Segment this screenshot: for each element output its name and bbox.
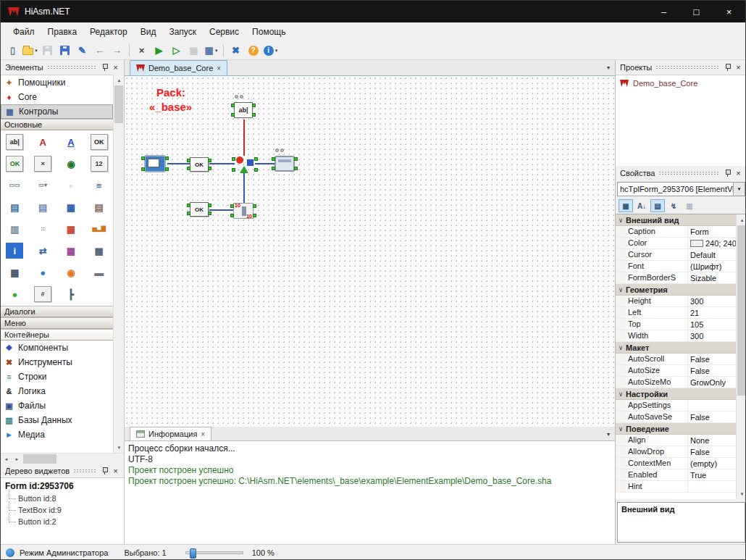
sidebar-group-Контролы[interactable]: ▦Контролы xyxy=(1,104,113,119)
collapse-arrow-icon[interactable]: ∨ xyxy=(616,390,626,398)
dropdown-arrow-icon[interactable]: ▾ xyxy=(215,48,218,54)
palette-item-treeview[interactable]: ┣ xyxy=(57,283,85,305)
palette-item-checklist[interactable]: :: xyxy=(29,218,57,240)
sidebar-group-Помощники[interactable]: ✦Помощники xyxy=(1,75,113,90)
palette-item-ok-button[interactable]: OK xyxy=(1,153,29,175)
sidebar-group-Строки[interactable]: ≡Строки xyxy=(1,369,113,384)
palette-item-datagrid[interactable]: ▦ xyxy=(57,196,85,218)
vscroll-track[interactable] xyxy=(737,396,746,488)
forward-button[interactable]: → xyxy=(109,43,125,59)
property-value[interactable] xyxy=(688,400,736,411)
menu-item-Редактор[interactable]: Редактор xyxy=(83,24,134,40)
maximize-button[interactable]: □ xyxy=(680,1,713,22)
palette-item-sphere[interactable]: ● xyxy=(1,283,29,305)
palette-item-trackbar[interactable]: ▬ xyxy=(85,262,113,283)
events-view-button[interactable]: ↯ xyxy=(666,199,681,212)
palette-item-tab-layout[interactable]: ▩ xyxy=(85,240,113,262)
property-value[interactable]: 105 xyxy=(688,319,736,330)
menu-item-Запуск[interactable]: Запуск xyxy=(162,24,203,40)
component-button-2[interactable]: OK xyxy=(190,202,209,217)
close-panel-icon[interactable]: × xyxy=(110,62,121,73)
zoom-slider[interactable] xyxy=(185,551,243,554)
edit-scheme-button[interactable]: ✎ xyxy=(74,43,91,59)
scroll-down-icon[interactable]: ▼ xyxy=(737,488,746,499)
close-scheme-button[interactable]: × xyxy=(133,43,150,59)
vscroll-track[interactable] xyxy=(114,123,124,442)
property-value[interactable]: (empty) xyxy=(688,458,736,469)
dropdown-arrow-icon[interactable]: ▾ xyxy=(275,48,278,54)
property-row[interactable]: AutoSizeMoGrowOnly xyxy=(616,377,736,388)
property-value[interactable]: 300 xyxy=(688,330,736,341)
collapse-arrow-icon[interactable]: ∨ xyxy=(616,217,626,224)
palette-item-numbers[interactable]: # xyxy=(29,283,57,305)
sidebar-group-Компоненты[interactable]: ❖Компоненты xyxy=(1,340,113,355)
property-row[interactable]: Height300 xyxy=(616,296,736,307)
component-updown[interactable]: 1010 xyxy=(233,203,253,219)
pin-icon[interactable] xyxy=(99,62,110,73)
object-selector[interactable]: hcTplForm_2953706 [ElementVir ▾ xyxy=(617,182,745,196)
palette-item-panel[interactable]: ▥ xyxy=(1,218,29,240)
property-row[interactable]: CaptionForm xyxy=(616,226,736,238)
palette-item-combobox[interactable]: ▭▾ xyxy=(29,175,57,196)
property-row[interactable]: Width300 xyxy=(616,330,736,342)
property-value[interactable]: Form xyxy=(688,226,736,237)
category-Контейнеры[interactable]: Контейнеры xyxy=(1,329,113,340)
tab-close-icon[interactable]: × xyxy=(201,430,205,438)
menu-item-Сервис[interactable]: Сервис xyxy=(203,24,246,40)
info-button[interactable]: i▾ xyxy=(262,43,279,59)
category-open[interactable]: Основные xyxy=(1,119,113,130)
property-row[interactable]: AutoScrollFalse xyxy=(616,354,736,365)
component-form[interactable] xyxy=(144,155,166,172)
form-editor-button[interactable]: ▦▾ xyxy=(203,43,219,59)
palette-item-radiobutton[interactable]: ◉ xyxy=(57,153,85,175)
dropdown-arrow-icon[interactable]: ▾ xyxy=(35,48,38,54)
palette-item-link-label[interactable]: A xyxy=(57,131,85,153)
scroll-down-icon[interactable]: ▼ xyxy=(114,442,125,453)
scroll-up-icon[interactable]: ▲ xyxy=(114,75,125,85)
property-row[interactable]: Font(Шрифт) xyxy=(616,261,736,272)
property-category[interactable]: ∨Внешний вид xyxy=(616,214,736,226)
property-value[interactable]: Sizable xyxy=(688,272,736,283)
tree-node[interactable]: Button id:8 xyxy=(1,493,124,504)
run-button[interactable]: ▶ xyxy=(151,43,167,59)
help-button[interactable]: ? xyxy=(245,43,261,59)
property-row[interactable]: Color240; 240; xyxy=(616,238,736,249)
tab-list-dropdown-icon[interactable]: ▾ xyxy=(607,64,610,71)
palette-item-chart[interactable]: ▅▂▇ xyxy=(85,218,113,240)
property-value[interactable]: 21 xyxy=(688,307,736,318)
property-value[interactable]: False xyxy=(688,354,736,364)
property-value[interactable]: False xyxy=(688,365,736,376)
palette-item-button[interactable]: OK xyxy=(85,131,113,153)
tools-button[interactable]: ✖ xyxy=(227,43,244,59)
sidebar-group-Инструменты[interactable]: ✖Инструменты xyxy=(1,355,113,369)
category-Меню[interactable]: Меню xyxy=(1,317,113,329)
close-panel-icon[interactable]: × xyxy=(733,168,744,179)
palette-item-arrows[interactable]: ⇄ xyxy=(29,240,57,262)
property-row[interactable]: Top105 xyxy=(616,319,736,330)
component-shapes[interactable] xyxy=(235,156,255,173)
collapse-arrow-icon[interactable]: ∨ xyxy=(616,344,626,351)
property-row[interactable]: FormBorderSSizable xyxy=(616,272,736,284)
property-category[interactable]: ∨Макет xyxy=(616,342,736,354)
elements-hscrollbar[interactable]: ◄ ► xyxy=(1,453,124,464)
menu-item-Помощь[interactable]: Помощь xyxy=(246,24,292,40)
close-panel-icon[interactable]: × xyxy=(110,466,121,477)
vscroll-thumb[interactable] xyxy=(737,225,746,396)
property-row[interactable]: EnabledTrue xyxy=(616,469,736,481)
property-value[interactable] xyxy=(688,481,736,492)
selector-dropdown-icon[interactable]: ▾ xyxy=(733,183,745,196)
palette-item-listview[interactable]: ▤ xyxy=(85,196,113,218)
property-row[interactable]: AllowDropFalse xyxy=(616,446,736,458)
tab-list-dropdown-icon[interactable]: ▾ xyxy=(607,431,610,438)
property-row[interactable]: Hint xyxy=(616,481,736,493)
scroll-right-icon[interactable]: ► xyxy=(12,454,22,464)
zoom-slider-thumb[interactable] xyxy=(190,548,196,559)
sidebar-group-Core[interactable]: ♦Core xyxy=(1,90,113,104)
tree-root-node[interactable]: Form id:2953706 xyxy=(1,478,124,493)
property-row[interactable]: AutoSaveSeFalse xyxy=(616,411,736,423)
sidebar-group-Базы Данных[interactable]: ▥Базы Данных xyxy=(1,413,113,427)
palette-item-updown[interactable]: 12 xyxy=(85,153,113,175)
property-value[interactable]: GrowOnly xyxy=(688,377,736,388)
hscroll-thumb[interactable] xyxy=(23,454,56,464)
close-button[interactable]: × xyxy=(713,1,745,22)
